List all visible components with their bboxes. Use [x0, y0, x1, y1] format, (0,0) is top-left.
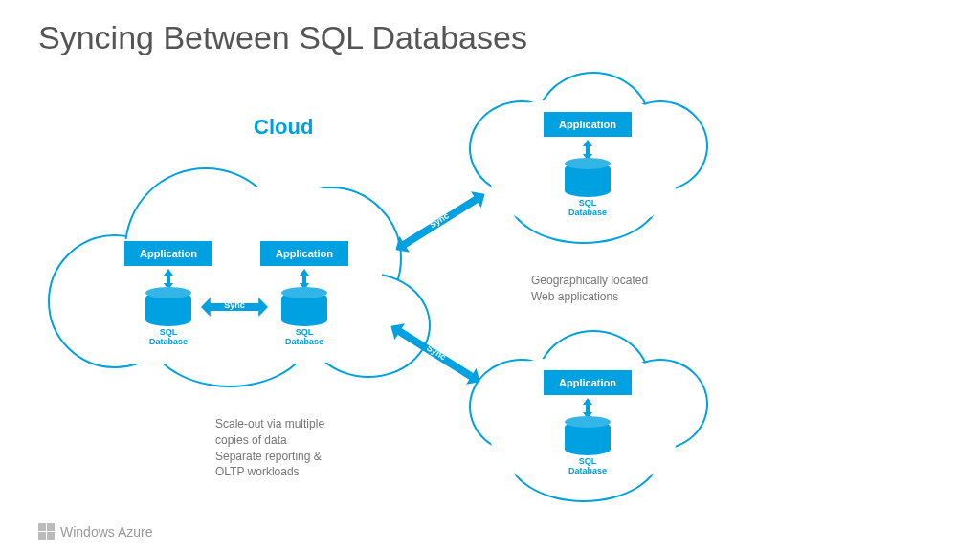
database-icon: SQLDatabase [562, 163, 613, 218]
database-icon: SQLDatabase [143, 292, 194, 347]
caption-geographic: Geographically located Web applications [531, 273, 648, 305]
application-box: Application [124, 241, 212, 266]
application-box: Application [260, 241, 348, 266]
main-cloud [57, 148, 440, 387]
database-icon: SQLDatabase [562, 421, 613, 476]
windows-logo-icon [38, 523, 55, 540]
footer-brand: Windows Azure [38, 523, 152, 540]
cloud-heading: Cloud [254, 115, 313, 140]
caption-scaleout: Scale-out via multiple copies of data Se… [215, 416, 324, 480]
application-box: Application [544, 370, 632, 395]
application-box: Application [544, 112, 632, 137]
database-icon: SQLDatabase [278, 292, 330, 347]
slide-title: Syncing Between SQL Databases [38, 19, 527, 56]
footer-brand-text: Windows Azure [60, 524, 152, 540]
